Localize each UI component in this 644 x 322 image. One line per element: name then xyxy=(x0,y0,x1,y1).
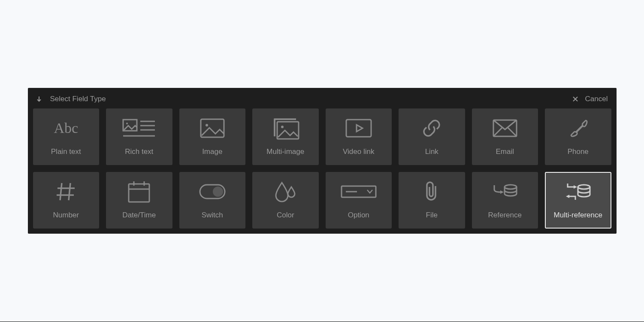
cancel-label: Cancel xyxy=(585,95,608,103)
image-icon xyxy=(200,117,225,139)
tile-label: Image xyxy=(202,147,222,156)
tile-rich-text[interactable]: Rich text xyxy=(106,108,172,165)
phone-icon xyxy=(568,117,588,139)
reference-icon xyxy=(493,181,517,202)
svg-marker-33 xyxy=(566,195,569,198)
cancel-button[interactable]: Cancel xyxy=(572,95,608,103)
tile-label: File xyxy=(426,211,438,220)
arrow-down-icon xyxy=(36,96,42,102)
calendar-icon xyxy=(127,181,151,202)
tile-switch[interactable]: Switch xyxy=(179,172,246,229)
tile-number[interactable]: Number xyxy=(33,172,100,229)
svg-point-10 xyxy=(206,124,208,126)
svg-line-18 xyxy=(60,183,62,200)
color-icon xyxy=(274,181,296,202)
tile-label: Reference xyxy=(488,211,522,220)
tile-color[interactable]: Color xyxy=(252,172,319,229)
tile-multi-image[interactable]: Multi-image xyxy=(252,108,319,165)
tile-plain-text[interactable]: Abc Plain text xyxy=(33,108,100,165)
tile-email[interactable]: Email xyxy=(472,108,538,165)
tile-label: Link xyxy=(425,147,438,156)
svg-line-16 xyxy=(493,128,502,136)
file-icon xyxy=(424,181,439,202)
tile-label: Rich text xyxy=(125,147,153,156)
tile-label: Color xyxy=(277,211,294,220)
tile-image[interactable]: Image xyxy=(179,108,246,165)
rich-text-icon xyxy=(122,117,156,139)
tile-link[interactable]: Link xyxy=(399,108,465,165)
svg-point-34 xyxy=(578,185,590,189)
tile-label: Multi-reference xyxy=(554,211,602,220)
tile-file[interactable]: File xyxy=(399,172,465,229)
header-left: Select Field Type xyxy=(36,95,106,103)
svg-marker-14 xyxy=(357,125,363,132)
link-icon xyxy=(421,117,442,139)
tile-label: Plain text xyxy=(51,147,81,156)
number-icon xyxy=(56,181,76,202)
tile-reference[interactable]: Reference xyxy=(472,172,538,229)
svg-marker-30 xyxy=(500,190,504,194)
field-type-grid: Abc Plain text Rich text xyxy=(33,108,611,229)
option-icon xyxy=(341,181,377,202)
tile-option[interactable]: Option xyxy=(326,172,392,229)
tile-label: Date/Time xyxy=(122,211,156,220)
svg-marker-32 xyxy=(574,185,577,189)
multi-image-icon xyxy=(271,117,299,139)
multi-reference-icon xyxy=(565,181,591,202)
close-icon xyxy=(572,96,578,102)
svg-line-17 xyxy=(508,128,517,136)
tile-label: Option xyxy=(348,211,369,220)
svg-point-4 xyxy=(126,123,128,124)
tile-label: Phone xyxy=(568,147,589,156)
svg-point-27 xyxy=(213,187,223,197)
tile-label: Switch xyxy=(202,211,223,220)
tile-multi-reference[interactable]: Multi-reference xyxy=(545,172,611,229)
tile-label: Email xyxy=(496,147,514,156)
plain-text-icon: Abc xyxy=(54,117,78,139)
field-type-panel: Select Field Type Cancel Abc Plain text xyxy=(28,88,617,234)
tile-label: Multi-image xyxy=(266,147,304,156)
video-link-icon xyxy=(345,117,372,139)
tile-phone[interactable]: Phone xyxy=(545,108,611,165)
svg-rect-9 xyxy=(201,119,224,137)
tile-date-time[interactable]: Date/Time xyxy=(106,172,172,229)
tile-video-link[interactable]: Video link xyxy=(326,108,392,165)
svg-rect-11 xyxy=(277,122,299,139)
svg-line-19 xyxy=(69,183,70,200)
panel-title: Select Field Type xyxy=(50,95,106,103)
svg-rect-13 xyxy=(346,120,371,137)
tile-label: Number xyxy=(53,211,79,220)
email-icon xyxy=(493,117,517,139)
switch-icon xyxy=(199,181,226,202)
svg-rect-22 xyxy=(129,184,149,202)
tile-label: Video link xyxy=(343,147,374,156)
svg-point-12 xyxy=(281,126,284,128)
svg-point-31 xyxy=(505,185,517,189)
panel-header: Select Field Type Cancel xyxy=(33,93,611,108)
